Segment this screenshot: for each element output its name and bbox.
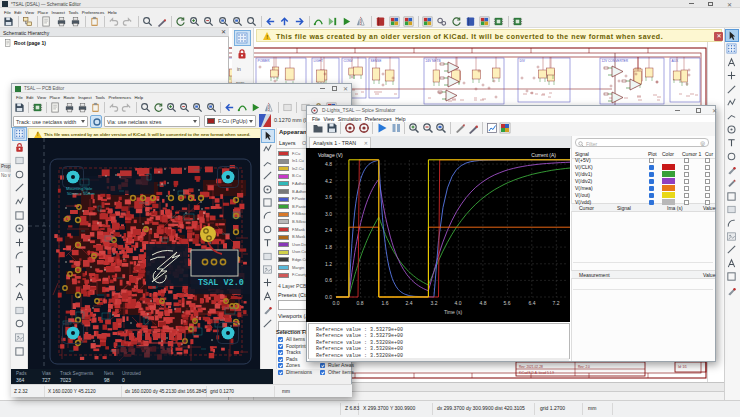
svg-text:2.4: 2.4	[406, 300, 413, 306]
svg-text:Current (A): Current (A)	[531, 152, 556, 158]
svg-text:2.4: 2.4	[325, 227, 332, 233]
svg-text:0.6: 0.6	[325, 277, 332, 283]
svg-text:3.0: 3.0	[325, 211, 332, 217]
svg-text:1.8: 1.8	[325, 244, 332, 250]
svg-text:Rev: 2.0: Rev: 2.0	[578, 365, 590, 369]
svg-text:4.2: 4.2	[325, 178, 332, 184]
svg-text:0.0: 0.0	[333, 300, 340, 306]
svg-text:24V NETB: 24V NETB	[426, 59, 441, 63]
svg-text:Rev: 2021-02-28: Rev: 2021-02-28	[519, 365, 543, 369]
svg-text:6.4: 6.4	[529, 300, 536, 306]
svg-text:1.6: 1.6	[382, 300, 389, 306]
svg-text:0.8: 0.8	[357, 300, 364, 306]
svg-text:0.0: 0.0	[325, 294, 332, 300]
svg-text:LIGHT: LIGHT	[314, 59, 323, 63]
svg-text:Time (s): Time (s)	[444, 309, 462, 315]
svg-text:1.2: 1.2	[325, 261, 332, 267]
svg-text:KiCad E.D.A. kicad 5.1.9: KiCad E.D.A. kicad 5.1.9	[519, 371, 554, 375]
svg-text:5.6: 5.6	[504, 300, 511, 306]
svg-text:Id: 1/1: Id: 1/1	[678, 365, 687, 369]
svg-text:DIV: DIV	[520, 59, 526, 63]
svg-text:4.8: 4.8	[325, 161, 332, 167]
svg-text:POWER: POWER	[258, 59, 271, 63]
svg-text:7.2: 7.2	[553, 300, 560, 306]
svg-text:50mm x 50mm: 50mm x 50mm	[67, 191, 95, 196]
svg-text:12V CONVERTER: 12V CONVERTER	[602, 59, 629, 63]
svg-text:3.2: 3.2	[431, 300, 438, 306]
svg-text:AUX: AUX	[672, 59, 679, 63]
svg-text:4.8: 4.8	[480, 300, 487, 306]
svg-text:Voltage (V): Voltage (V)	[318, 152, 343, 158]
svg-text:4.0: 4.0	[455, 300, 462, 306]
svg-text:TSAL V2.0: TSAL V2.0	[198, 278, 244, 288]
svg-text:3.6: 3.6	[325, 194, 332, 200]
